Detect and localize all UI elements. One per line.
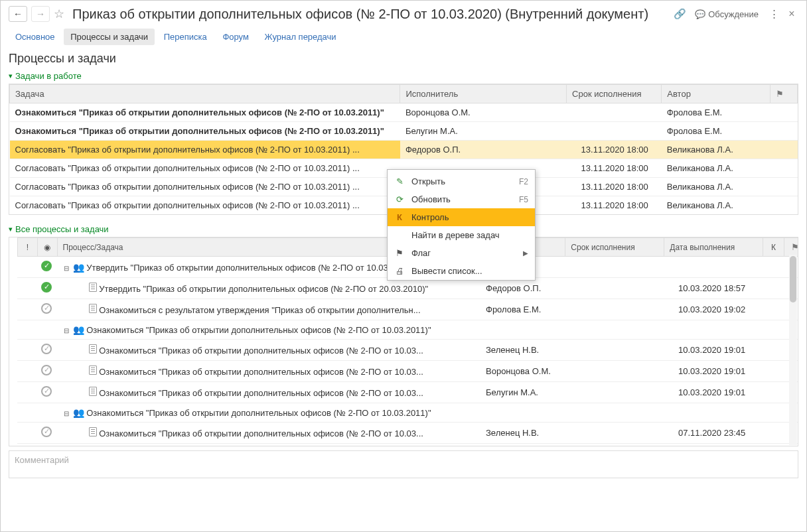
cell-done: 07.11.2020 23:45 xyxy=(673,423,766,444)
document-icon xyxy=(89,304,97,313)
col-k[interactable]: К xyxy=(763,238,784,257)
cell-process: ⊟ 👥 Ознакомиться "Приказ об открытии доп… xyxy=(57,320,480,340)
col-done[interactable]: Дата выполнения xyxy=(664,238,763,257)
tree-row[interactable]: ⊟ 👥 Ознакомиться "Приказ об открытии доп… xyxy=(17,320,798,340)
cm-control[interactable]: К Контроль xyxy=(388,208,535,226)
cell-flag xyxy=(770,196,798,215)
nav-forward-button[interactable]: → xyxy=(31,6,50,22)
cell-task: Согласовать "Приказ об открытии дополнит… xyxy=(10,178,400,196)
col-task[interactable]: Задача xyxy=(10,85,400,103)
tree-toggle[interactable]: ⊟ xyxy=(62,265,70,272)
cell-exec: Зеленец Н.В. xyxy=(480,423,580,444)
table-row[interactable]: Ознакомиться "Приказ об открытии дополни… xyxy=(10,122,798,141)
col-due[interactable]: Срок исполнения xyxy=(567,85,662,103)
cell-due xyxy=(580,320,673,340)
favorite-star-icon[interactable]: ☆ xyxy=(54,7,64,21)
cell-done: 10.03.2020 18:57 xyxy=(673,278,766,299)
tree-toggle[interactable]: ⊟ xyxy=(62,327,70,334)
status-checked-icon xyxy=(41,303,52,314)
tab-forum[interactable]: Форум xyxy=(216,29,256,45)
process-icon: 👥 xyxy=(73,407,84,418)
cell-exec: Фролова Е.М. xyxy=(480,299,580,320)
tab-main[interactable]: Основное xyxy=(9,29,62,45)
col-flag[interactable]: ⚑ xyxy=(770,85,798,103)
cm-flag[interactable]: ⚑ Флаг ▶ xyxy=(388,244,535,262)
col-flag2[interactable]: ⚑ xyxy=(784,238,798,257)
cell-exec: Федоров О.П. xyxy=(480,278,580,299)
cm-open[interactable]: ✎ Открыть F2 xyxy=(388,172,535,190)
cell-due xyxy=(580,423,673,444)
cell-flag xyxy=(770,122,798,141)
nav-back-button[interactable]: ← xyxy=(9,6,27,22)
cell-due xyxy=(580,257,673,278)
cell-task: Согласовать "Приказ об открытии дополнит… xyxy=(10,196,400,215)
document-icon xyxy=(89,283,97,292)
flag-icon: ⚑ xyxy=(776,89,784,99)
cell-due xyxy=(580,299,673,320)
tree-row[interactable]: Ознакомиться "Приказ об открытии дополни… xyxy=(17,361,798,382)
tree-row[interactable]: Ознакомиться "Приказ об открытии дополни… xyxy=(17,423,798,444)
cm-refresh[interactable]: ⟳ Обновить F5 xyxy=(388,190,535,208)
cell-due xyxy=(580,278,673,299)
cell-flag xyxy=(770,141,798,159)
discuss-label: Обсуждение xyxy=(708,9,759,19)
cell-process: ⊟ 👥 Ознакомиться "Приказ об открытии доп… xyxy=(57,403,480,423)
cell-process: Ознакомиться "Приказ об открытии дополни… xyxy=(57,361,480,382)
scrollbar[interactable] xyxy=(789,255,797,445)
cell-done: 10.03.2020 19:02 xyxy=(673,299,766,320)
cell-task: Согласовать "Приказ об открытии дополнит… xyxy=(10,141,400,159)
printer-icon: 🖨 xyxy=(394,266,405,276)
tree-row[interactable]: Ознакомиться с результатом утверждения "… xyxy=(17,299,798,320)
status-done-icon xyxy=(41,261,52,271)
document-icon xyxy=(89,344,97,354)
col-important[interactable]: ! xyxy=(18,238,38,257)
cell-process: Ознакомиться "Приказ об открытии дополни… xyxy=(57,382,480,403)
tab-correspondence[interactable]: Переписка xyxy=(157,29,214,45)
control-icon: К xyxy=(394,212,405,222)
close-button[interactable]: × xyxy=(785,8,798,20)
table-row[interactable]: Согласовать "Приказ об открытии дополнит… xyxy=(10,141,798,159)
cell-exec: Воронцова О.М. xyxy=(480,361,580,382)
group-tasks-in-work[interactable]: Задачи в работе xyxy=(1,68,806,84)
discuss-button[interactable]: 💬 Обсуждение xyxy=(691,9,763,19)
cell-author: Великанова Л.А. xyxy=(662,178,770,196)
col-author[interactable]: Автор xyxy=(662,85,770,103)
cell-done: 10.03.2020 19:01 xyxy=(673,340,766,361)
tab-transfer-log[interactable]: Журнал передачи xyxy=(258,29,343,45)
cell-author: Великанова Л.А. xyxy=(662,141,770,159)
cell-process: Ознакомиться "Приказ об открытии дополни… xyxy=(57,340,480,361)
comment-input[interactable]: Комментарий xyxy=(9,450,798,478)
more-icon[interactable]: ⋮ xyxy=(767,8,781,20)
cell-due xyxy=(580,361,673,382)
chevron-right-icon: ▶ xyxy=(523,249,528,257)
col-status[interactable]: ◉ xyxy=(37,238,57,257)
cell-done xyxy=(673,320,766,340)
cell-exec: Федоров О.П. xyxy=(400,141,567,159)
cell-process: Ознакомиться с результатом утверждения "… xyxy=(57,299,480,320)
context-menu: ✎ Открыть F2 ⟳ Обновить F5 К Контроль На… xyxy=(387,169,536,281)
cell-due: 13.11.2020 18:00 xyxy=(567,178,662,196)
cm-find-in-tree[interactable]: Найти в дереве задач xyxy=(388,226,535,244)
tab-processes[interactable]: Процессы и задачи xyxy=(64,29,155,45)
cell-task: Согласовать "Приказ об открытии дополнит… xyxy=(10,159,400,178)
cell-task: Ознакомиться "Приказ об открытии дополни… xyxy=(10,122,400,141)
col-executor[interactable]: Исполнитель xyxy=(400,85,567,103)
cell-due: 13.11.2020 18:00 xyxy=(567,159,662,178)
section-title: Процессы и задачи xyxy=(1,49,806,68)
document-icon xyxy=(89,427,97,436)
cm-print-list[interactable]: 🖨 Вывести список... xyxy=(388,262,535,280)
cell-author: Великанова Л.А. xyxy=(662,196,770,215)
tree-toggle[interactable]: ⊟ xyxy=(62,410,70,417)
col-due2[interactable]: Срок исполнения xyxy=(565,238,664,257)
pencil-icon: ✎ xyxy=(394,176,405,186)
tree-row[interactable]: ⊟ 👥 Ознакомиться "Приказ об открытии доп… xyxy=(17,403,798,423)
cell-flag xyxy=(770,103,798,122)
tree-row[interactable]: Ознакомиться "Приказ об открытии дополни… xyxy=(17,444,798,447)
tree-row[interactable]: Ознакомиться "Приказ об открытии дополни… xyxy=(17,340,798,361)
tree-row[interactable]: Утвердить "Приказ об открытии дополнител… xyxy=(17,278,798,299)
cell-due xyxy=(580,403,673,423)
table-row[interactable]: Ознакомиться "Приказ об открытии дополни… xyxy=(10,103,798,122)
page-title: Приказ об открытии дополнительных офисов… xyxy=(72,7,668,22)
tree-row[interactable]: Ознакомиться "Приказ об открытии дополни… xyxy=(17,382,798,403)
link-icon[interactable]: 🔗 xyxy=(672,8,687,20)
